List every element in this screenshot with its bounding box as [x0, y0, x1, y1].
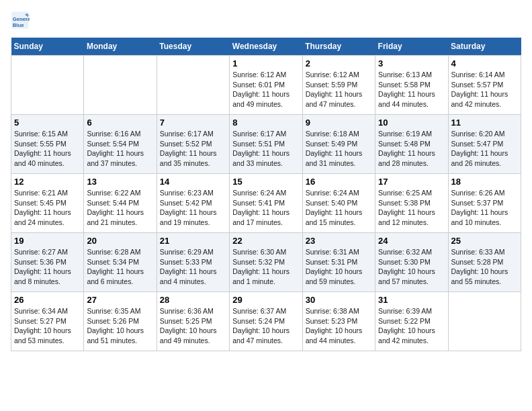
calendar-week-row: 1Sunrise: 6:12 AM Sunset: 6:01 PM Daylig…	[11, 56, 521, 115]
logo-icon: General Blue	[11, 11, 30, 30]
weekday-header: Thursday	[302, 38, 375, 56]
calendar-cell: 18Sunrise: 6:26 AM Sunset: 5:37 PM Dayli…	[448, 174, 521, 233]
day-info: Sunrise: 6:13 AM Sunset: 5:58 PM Dayligh…	[378, 70, 445, 109]
day-number: 19	[14, 236, 81, 246]
calendar-cell: 14Sunrise: 6:23 AM Sunset: 5:42 PM Dayli…	[157, 174, 229, 233]
day-info: Sunrise: 6:32 AM Sunset: 5:30 PM Dayligh…	[378, 247, 445, 287]
day-number: 7	[160, 118, 226, 128]
calendar-cell: 29Sunrise: 6:37 AM Sunset: 5:24 PM Dayli…	[230, 292, 302, 351]
day-info: Sunrise: 6:38 AM Sunset: 5:23 PM Dayligh…	[306, 306, 372, 346]
calendar-cell	[448, 292, 521, 351]
weekday-header: Tuesday	[157, 38, 229, 56]
calendar-cell: 8Sunrise: 6:17 AM Sunset: 5:51 PM Daylig…	[230, 115, 302, 174]
calendar-cell: 28Sunrise: 6:36 AM Sunset: 5:25 PM Dayli…	[157, 292, 229, 351]
day-info: Sunrise: 6:21 AM Sunset: 5:45 PM Dayligh…	[14, 188, 81, 228]
calendar-cell: 27Sunrise: 6:35 AM Sunset: 5:26 PM Dayli…	[84, 292, 157, 351]
day-number: 29	[232, 295, 299, 305]
day-info: Sunrise: 6:29 AM Sunset: 5:33 PM Dayligh…	[160, 247, 226, 287]
day-number: 17	[378, 177, 445, 187]
calendar-cell: 7Sunrise: 6:17 AM Sunset: 5:52 PM Daylig…	[157, 115, 229, 174]
svg-text:General: General	[13, 16, 30, 22]
calendar-cell: 23Sunrise: 6:31 AM Sunset: 5:31 PM Dayli…	[302, 233, 375, 292]
day-number: 23	[306, 236, 372, 246]
day-number: 24	[378, 236, 445, 246]
day-info: Sunrise: 6:33 AM Sunset: 5:28 PM Dayligh…	[451, 247, 518, 287]
calendar-cell: 20Sunrise: 6:28 AM Sunset: 5:34 PM Dayli…	[84, 233, 157, 292]
calendar-cell: 21Sunrise: 6:29 AM Sunset: 5:33 PM Dayli…	[157, 233, 229, 292]
weekday-header: Sunday	[11, 38, 84, 56]
day-number: 13	[87, 177, 153, 187]
day-info: Sunrise: 6:25 AM Sunset: 5:38 PM Dayligh…	[378, 188, 445, 228]
day-number: 3	[378, 58, 445, 68]
calendar-week-row: 12Sunrise: 6:21 AM Sunset: 5:45 PM Dayli…	[11, 174, 521, 233]
calendar-cell: 17Sunrise: 6:25 AM Sunset: 5:38 PM Dayli…	[375, 174, 448, 233]
calendar-cell: 11Sunrise: 6:20 AM Sunset: 5:47 PM Dayli…	[448, 115, 521, 174]
calendar-cell: 12Sunrise: 6:21 AM Sunset: 5:45 PM Dayli…	[11, 174, 84, 233]
day-number: 11	[451, 118, 518, 128]
calendar-cell: 5Sunrise: 6:15 AM Sunset: 5:55 PM Daylig…	[11, 115, 84, 174]
calendar-cell: 6Sunrise: 6:16 AM Sunset: 5:54 PM Daylig…	[84, 115, 157, 174]
day-number: 6	[87, 118, 153, 128]
day-info: Sunrise: 6:37 AM Sunset: 5:24 PM Dayligh…	[232, 306, 299, 346]
day-info: Sunrise: 6:39 AM Sunset: 5:22 PM Dayligh…	[378, 306, 445, 346]
day-number: 31	[378, 295, 445, 305]
day-number: 22	[232, 236, 299, 246]
calendar-cell: 22Sunrise: 6:30 AM Sunset: 5:32 PM Dayli…	[230, 233, 302, 292]
day-info: Sunrise: 6:30 AM Sunset: 5:32 PM Dayligh…	[232, 247, 299, 287]
day-info: Sunrise: 6:19 AM Sunset: 5:48 PM Dayligh…	[378, 129, 445, 169]
day-info: Sunrise: 6:14 AM Sunset: 5:57 PM Dayligh…	[451, 70, 518, 109]
day-number: 30	[306, 295, 372, 305]
day-info: Sunrise: 6:27 AM Sunset: 5:36 PM Dayligh…	[14, 247, 81, 287]
day-info: Sunrise: 6:26 AM Sunset: 5:37 PM Dayligh…	[451, 188, 518, 228]
day-info: Sunrise: 6:15 AM Sunset: 5:55 PM Dayligh…	[14, 129, 81, 169]
calendar-week-row: 5Sunrise: 6:15 AM Sunset: 5:55 PM Daylig…	[11, 115, 521, 174]
weekday-header: Friday	[375, 38, 448, 56]
day-number: 27	[87, 295, 153, 305]
day-number: 28	[160, 295, 226, 305]
weekday-header-row: SundayMondayTuesdayWednesdayThursdayFrid…	[11, 38, 521, 56]
page-header: General Blue	[11, 11, 521, 30]
weekday-header: Wednesday	[230, 38, 302, 56]
calendar-cell: 25Sunrise: 6:33 AM Sunset: 5:28 PM Dayli…	[448, 233, 521, 292]
day-info: Sunrise: 6:22 AM Sunset: 5:44 PM Dayligh…	[87, 188, 153, 228]
day-number: 9	[306, 118, 372, 128]
calendar-cell: 10Sunrise: 6:19 AM Sunset: 5:48 PM Dayli…	[375, 115, 448, 174]
calendar-week-row: 19Sunrise: 6:27 AM Sunset: 5:36 PM Dayli…	[11, 233, 521, 292]
day-info: Sunrise: 6:17 AM Sunset: 5:52 PM Dayligh…	[160, 129, 226, 169]
day-number: 15	[232, 177, 299, 187]
day-info: Sunrise: 6:12 AM Sunset: 6:01 PM Dayligh…	[232, 70, 299, 109]
day-info: Sunrise: 6:20 AM Sunset: 5:47 PM Dayligh…	[451, 129, 518, 169]
day-number: 8	[232, 118, 299, 128]
calendar-cell: 24Sunrise: 6:32 AM Sunset: 5:30 PM Dayli…	[375, 233, 448, 292]
day-info: Sunrise: 6:35 AM Sunset: 5:26 PM Dayligh…	[87, 306, 153, 346]
day-number: 26	[14, 295, 81, 305]
weekday-header: Monday	[84, 38, 157, 56]
day-info: Sunrise: 6:24 AM Sunset: 5:41 PM Dayligh…	[232, 188, 299, 228]
day-info: Sunrise: 6:18 AM Sunset: 5:49 PM Dayligh…	[306, 129, 372, 169]
day-info: Sunrise: 6:34 AM Sunset: 5:27 PM Dayligh…	[14, 306, 81, 346]
day-number: 2	[306, 58, 372, 68]
calendar-cell: 1Sunrise: 6:12 AM Sunset: 6:01 PM Daylig…	[230, 56, 302, 115]
calendar-cell	[157, 56, 229, 115]
calendar-cell: 2Sunrise: 6:12 AM Sunset: 5:59 PM Daylig…	[302, 56, 375, 115]
day-number: 21	[160, 236, 226, 246]
day-number: 20	[87, 236, 153, 246]
day-info: Sunrise: 6:24 AM Sunset: 5:40 PM Dayligh…	[306, 188, 372, 228]
day-info: Sunrise: 6:12 AM Sunset: 5:59 PM Dayligh…	[306, 70, 372, 109]
day-number: 5	[14, 118, 81, 128]
calendar: SundayMondayTuesdayWednesdayThursdayFrid…	[11, 38, 521, 351]
calendar-cell	[11, 56, 84, 115]
calendar-cell: 15Sunrise: 6:24 AM Sunset: 5:41 PM Dayli…	[230, 174, 302, 233]
logo: General Blue	[11, 11, 32, 30]
calendar-cell: 4Sunrise: 6:14 AM Sunset: 5:57 PM Daylig…	[448, 56, 521, 115]
day-number: 12	[14, 177, 81, 187]
weekday-header: Saturday	[448, 38, 521, 56]
calendar-cell: 13Sunrise: 6:22 AM Sunset: 5:44 PM Dayli…	[84, 174, 157, 233]
day-info: Sunrise: 6:16 AM Sunset: 5:54 PM Dayligh…	[87, 129, 153, 169]
calendar-cell: 19Sunrise: 6:27 AM Sunset: 5:36 PM Dayli…	[11, 233, 84, 292]
calendar-cell: 3Sunrise: 6:13 AM Sunset: 5:58 PM Daylig…	[375, 56, 448, 115]
day-info: Sunrise: 6:36 AM Sunset: 5:25 PM Dayligh…	[160, 306, 226, 346]
calendar-cell: 26Sunrise: 6:34 AM Sunset: 5:27 PM Dayli…	[11, 292, 84, 351]
calendar-cell	[84, 56, 157, 115]
calendar-cell: 31Sunrise: 6:39 AM Sunset: 5:22 PM Dayli…	[375, 292, 448, 351]
